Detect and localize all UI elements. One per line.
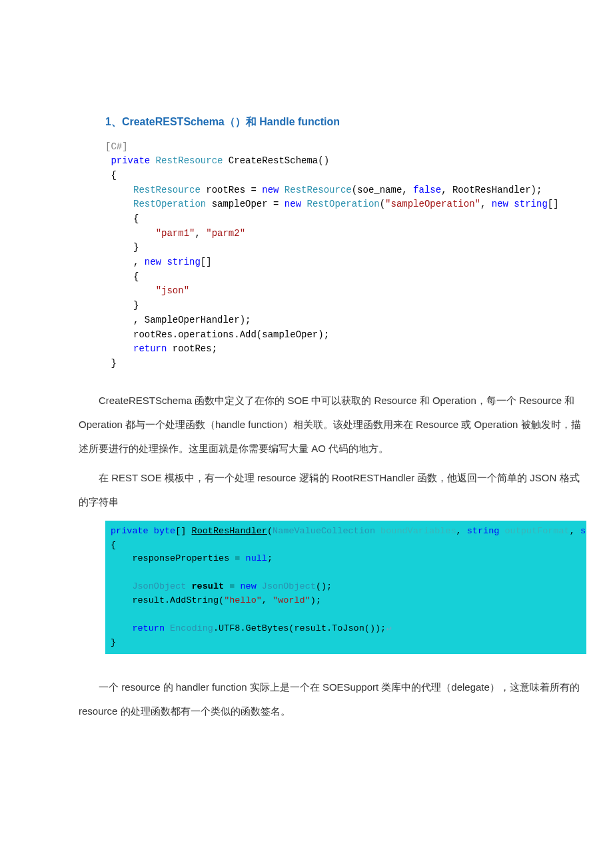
code-line: , new string[] (105, 257, 212, 267)
code-line: { (105, 271, 139, 282)
code-block-wrap: private byte[] RootResHandler(NameValueC… (105, 521, 586, 654)
paragraph-text: 在 REST SOE 模板中，有一个处理 resource 逻辑的 RootRE… (79, 472, 580, 507)
code-plain: ( (267, 526, 273, 536)
code-plain: , (105, 257, 145, 267)
code-kw: new (492, 199, 508, 209)
code-plain: = (224, 581, 240, 591)
code-var: result (186, 581, 224, 591)
code-plain: ( (380, 199, 385, 209)
code-kw: new (285, 199, 301, 209)
code-str: "hello" (224, 595, 262, 605)
code-kw: return (111, 623, 165, 633)
document-page: 1、CreateRESTSchema（）和 Handle function [C… (0, 0, 613, 755)
code-plain: ); (310, 595, 321, 605)
code-line: return Encoding.UTF8.GetBytes(result.ToJ… (111, 623, 391, 633)
code-line: , SampleOperHandler); (105, 315, 251, 325)
code-line: { (105, 213, 139, 224)
code-str: "sampleOperation" (385, 199, 480, 209)
code-line: result.AddString("hello", "world"); (111, 595, 321, 605)
code-plain: , (570, 526, 580, 536)
code-line: private byte[] RootResHandler(NameValueC… (111, 526, 586, 536)
code-plain: CreateRestSchema() (223, 155, 329, 166)
code-kw: false (413, 185, 441, 195)
heading-paren: （） (225, 116, 246, 127)
code-str: "parm1" (156, 228, 195, 239)
code-type: RestResource (150, 155, 223, 166)
code-line: } (105, 358, 117, 369)
code-line: return rootRes; (105, 343, 217, 354)
code-kw: private (105, 155, 150, 166)
code-pad (105, 285, 156, 296)
code-kw: private (111, 526, 149, 536)
code-type: JsonObject (111, 581, 186, 591)
code-kw: string (161, 257, 201, 267)
code-plain: [] (548, 199, 559, 209)
code-kw: string (508, 199, 548, 209)
code-line: rootRes.operations.Add(sampleOper); (105, 329, 329, 340)
code-line: } (105, 300, 139, 311)
code-str: "world" (273, 595, 310, 605)
code-line: responseProperties = null; (111, 553, 273, 563)
code-type: RestResource (105, 185, 201, 195)
code-plain: , RootResHandler); (441, 185, 542, 195)
code-kw: return (105, 343, 167, 354)
code-line: "json" (105, 285, 189, 296)
code-type: RestResource (279, 185, 351, 195)
code-kw: string (580, 526, 586, 536)
section-heading: 1、CreateRESTSchema（）和 Handle function (105, 113, 586, 131)
code-line: RestOperation sampleOper = new RestOpera… (105, 199, 559, 209)
code-plain: (soe_name, (352, 185, 413, 195)
code-kw: null (246, 553, 267, 563)
code-param: boundVariables (375, 526, 456, 536)
code-plain: , (456, 526, 467, 536)
code-pad (105, 228, 156, 239)
code-line: private RestResource CreateRestSchema() (105, 155, 329, 166)
code-type: Encoding (165, 623, 213, 633)
code-plain: rootRes = (201, 185, 262, 195)
code-param: outputFormat (499, 526, 569, 536)
code-plain: [] (175, 526, 191, 536)
paragraph-text: CreateRESTSchema 函数中定义了在你的 SOE 中可以获取的 Re… (79, 395, 581, 454)
code-plain: , (480, 199, 492, 209)
paragraph-1: CreateRESTSchema 函数中定义了在你的 SOE 中可以获取的 Re… (79, 389, 586, 461)
code-fn: RootResHandler (192, 526, 267, 536)
code-plain: result.AddString( (111, 595, 224, 605)
code-kw: byte (149, 526, 176, 536)
code-plain: , (262, 595, 273, 605)
code-plain: , (195, 228, 206, 239)
code-line: JsonObject result = new JsonObject(); (111, 581, 332, 591)
code-block-csharp-2: private byte[] RootResHandler(NameValueC… (105, 521, 586, 654)
code-plain: [] (201, 257, 212, 267)
heading-sep: 、 (111, 116, 122, 127)
code-kw: new (262, 185, 279, 195)
code-kw: string (467, 526, 500, 536)
code-line: "parm1", "parm2" (105, 228, 245, 239)
code-type: RestOperation (105, 199, 206, 209)
code-plain: ; (267, 553, 273, 563)
code-line: { (105, 170, 117, 181)
code-type: JsonObject (257, 581, 316, 591)
code-kw: new (240, 581, 256, 591)
code-line: } (105, 242, 139, 253)
heading-number: 1 (105, 116, 111, 127)
paragraph-text: 一个 resource 的 handler function 实际上是一个在 S… (79, 681, 580, 717)
code-plain: sampleOper = (206, 199, 285, 209)
code-plain: responseProperties = (111, 553, 246, 563)
paragraph-3: 一个 resource 的 handler function 实际上是一个在 S… (79, 675, 586, 723)
code-plain: .UTF8.GetBytes(result.ToJson()); (213, 623, 386, 633)
code-type: RestOperation (301, 199, 380, 209)
code-plain: (); (316, 581, 332, 591)
code-plain: rootRes; (167, 343, 217, 354)
heading-fn: CreateRESTSchema (122, 116, 225, 127)
code-line: RestResource rootRes = new RestResource(… (105, 185, 542, 195)
code-block-csharp-1: [C#] private RestResource CreateRestSche… (105, 140, 586, 371)
code-line: [C#] (105, 141, 128, 152)
newline-icon: ↵ (386, 623, 391, 633)
code-kw: new (145, 257, 161, 267)
paragraph-2: 在 REST SOE 模板中，有一个处理 resource 逻辑的 RootRE… (79, 466, 586, 514)
code-str: "parm2" (206, 228, 245, 239)
heading-and: 和 (246, 116, 259, 127)
code-line: } (111, 637, 116, 647)
heading-handlefn: Handle function (259, 116, 340, 127)
code-line: { (111, 540, 116, 550)
